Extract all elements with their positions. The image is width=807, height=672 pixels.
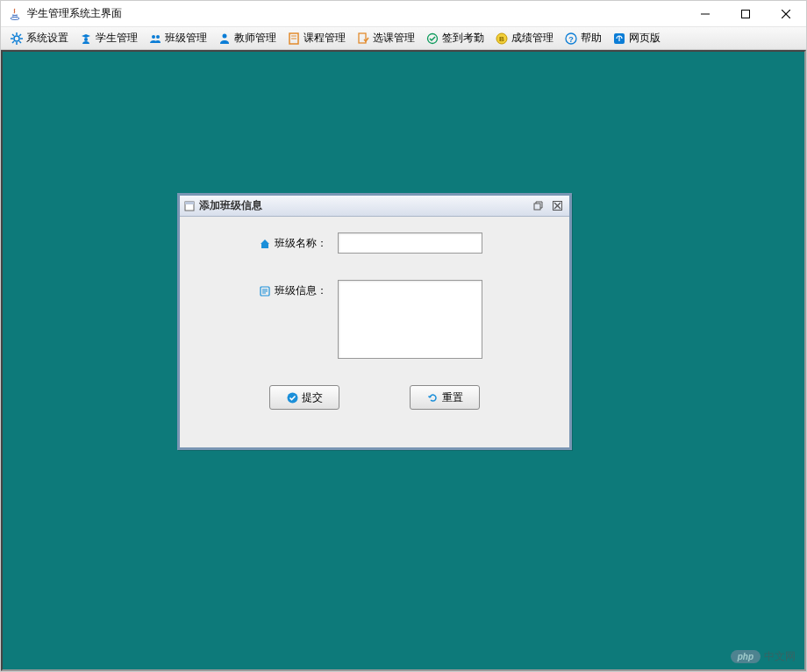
- svg-rect-29: [185, 202, 194, 204]
- dialog-body: 班级名称： 班级信息： 提交: [180, 217, 569, 418]
- window-title: 学生管理系统主界面: [27, 6, 685, 21]
- toolbar-label: 教师管理: [234, 31, 276, 46]
- toolbar-student-management[interactable]: 学生管理: [74, 29, 143, 47]
- check-icon: [286, 391, 298, 404]
- class-name-input[interactable]: [338, 232, 482, 254]
- reset-icon: [426, 391, 439, 404]
- svg-point-17: [223, 33, 227, 38]
- toolbar-class-management[interactable]: 班级管理: [143, 29, 212, 47]
- class-info-textarea[interactable]: [338, 280, 482, 359]
- help-icon: ?: [564, 32, 578, 46]
- toolbar-attendance[interactable]: 签到考勤: [420, 29, 489, 47]
- gear-icon: [10, 32, 24, 46]
- toolbar-label: 学生管理: [96, 31, 138, 46]
- svg-point-0: [11, 17, 19, 19]
- form-row-class-name: 班级名称：: [197, 232, 552, 254]
- class-name-label: 班级名称：: [197, 232, 338, 251]
- student-icon: [79, 32, 93, 46]
- toolbar-label: 签到考勤: [442, 31, 484, 46]
- maximize-button[interactable]: [725, 1, 766, 27]
- toolbar-label: 课程管理: [304, 31, 346, 46]
- toolbar-web-version[interactable]: 网页版: [607, 29, 666, 47]
- svg-point-5: [14, 36, 19, 41]
- toolbar-help[interactable]: ? 帮助: [559, 29, 607, 47]
- main-toolbar: 系统设置 学生管理 班级管理 教师管理 课程管理 选课管理 签到考勤: [1, 27, 806, 50]
- svg-point-16: [156, 35, 160, 39]
- reset-button[interactable]: 重置: [410, 385, 480, 410]
- php-badge: php: [731, 650, 761, 663]
- add-class-dialog: 添加班级信息 班级名称：: [177, 193, 572, 450]
- watermark-text: 中文网: [764, 649, 796, 664]
- web-icon: [612, 32, 626, 46]
- watermark: php 中文网: [731, 649, 796, 664]
- svg-text:?: ?: [568, 34, 574, 43]
- toolbar-label: 成绩管理: [511, 31, 553, 46]
- toolbar-label: 网页版: [629, 31, 661, 46]
- submit-button[interactable]: 提交: [269, 385, 339, 410]
- svg-line-13: [12, 41, 14, 43]
- toolbar-label: 选课管理: [373, 31, 415, 46]
- minimize-button[interactable]: [685, 1, 725, 27]
- svg-rect-2: [742, 11, 750, 18]
- dialog-title: 添加班级信息: [199, 198, 527, 213]
- attendance-icon: [425, 32, 439, 46]
- select-course-icon: [356, 32, 370, 46]
- toolbar-course-management[interactable]: 课程管理: [282, 29, 351, 47]
- window-icon: [183, 200, 196, 212]
- class-info-label: 班级信息：: [197, 280, 338, 298]
- toolbar-system-settings[interactable]: 系统设置: [4, 29, 74, 47]
- window-controls: [685, 1, 806, 26]
- svg-rect-21: [359, 33, 366, 43]
- svg-line-10: [12, 34, 14, 36]
- class-icon: [148, 32, 162, 46]
- mdi-desktop: 添加班级信息 班级名称：: [1, 50, 806, 671]
- toolbar-label: 系统设置: [26, 31, 68, 46]
- toolbar-label: 帮助: [581, 31, 602, 46]
- toolbar-label: 班级管理: [165, 31, 207, 46]
- toolbar-select-course[interactable]: 选课管理: [351, 29, 420, 47]
- form-row-class-info: 班级信息：: [197, 280, 552, 359]
- toolbar-teacher-management[interactable]: 教师管理: [212, 29, 282, 47]
- svg-line-11: [19, 41, 21, 43]
- course-icon: [287, 32, 301, 46]
- java-icon: [8, 7, 22, 21]
- teacher-icon: [218, 32, 232, 46]
- dialog-titlebar[interactable]: 添加班级信息: [180, 196, 569, 217]
- dialog-button-row: 提交 重置: [197, 385, 552, 410]
- toolbar-grade-management[interactable]: B 成绩管理: [489, 29, 559, 47]
- svg-line-12: [19, 34, 21, 36]
- info-icon: [259, 285, 271, 297]
- close-button[interactable]: [766, 1, 806, 27]
- grade-icon: B: [495, 32, 509, 46]
- svg-point-15: [152, 35, 155, 39]
- dialog-maximize-button[interactable]: [529, 198, 546, 214]
- window-title-bar: 学生管理系统主界面: [1, 1, 806, 27]
- home-icon: [259, 238, 271, 250]
- svg-point-14: [84, 38, 88, 41]
- dialog-close-button[interactable]: [548, 198, 566, 214]
- svg-text:B: B: [499, 35, 504, 43]
- svg-rect-30: [534, 204, 540, 210]
